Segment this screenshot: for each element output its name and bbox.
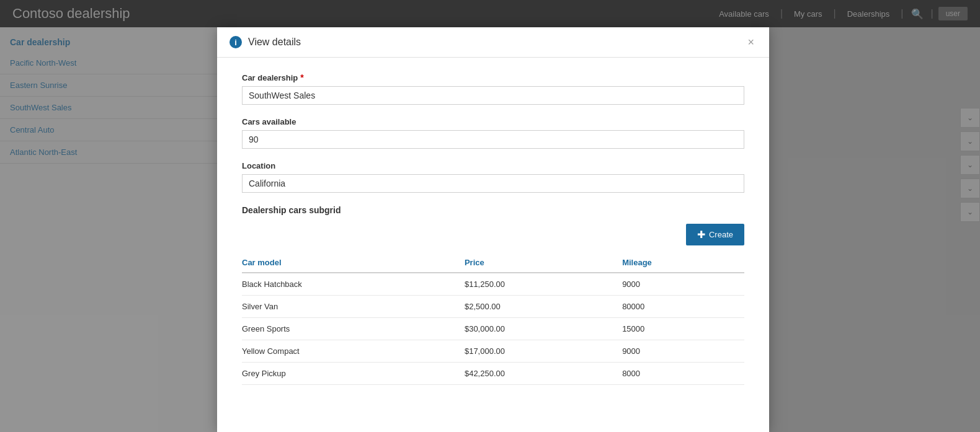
subgrid-header-row: Car model Price Mileage [242,253,744,273]
col-header-car-model: Car model [242,253,465,273]
required-star: * [300,73,303,82]
field-group-car-dealership: Car dealership * [242,73,744,105]
car-dealership-input[interactable] [242,86,744,105]
modal-header: i View details × [217,27,769,58]
car-dealership-label: Car dealership * [242,73,744,82]
modal-title: View details [248,37,745,48]
table-row[interactable]: Silver Van$2,500.0080000 [242,296,744,318]
cell-price: $2,500.00 [465,296,622,318]
cell-price: $42,250.00 [465,363,622,385]
subgrid-toolbar: ✚ Create [242,224,744,245]
cars-available-input[interactable] [242,130,744,149]
cell-price: $17,000.00 [465,340,622,363]
cell-model: Yellow Compact [242,340,465,363]
cell-price: $11,250.00 [465,273,622,296]
info-icon: i [229,36,242,48]
cell-mileage: 15000 [622,318,744,340]
field-group-cars-available: Cars available [242,117,744,149]
cell-model: Green Sports [242,318,465,340]
cell-mileage: 9000 [622,273,744,296]
cell-mileage: 80000 [622,296,744,318]
col-header-price: Price [465,253,622,273]
col-header-mileage: Mileage [622,253,744,273]
create-button[interactable]: ✚ Create [686,224,744,245]
cell-mileage: 8000 [622,363,744,385]
modal-body: Car dealership * Cars available Location… [217,58,769,432]
table-row[interactable]: Yellow Compact$17,000.009000 [242,340,744,363]
modal-view-details: i View details × Car dealership * Cars a… [217,27,769,432]
cell-model: Grey Pickup [242,363,465,385]
table-row[interactable]: Grey Pickup$42,250.008000 [242,363,744,385]
subgrid-label: Dealership cars subgrid [242,205,744,215]
location-label: Location [242,161,744,170]
cell-model: Silver Van [242,296,465,318]
table-row[interactable]: Green Sports$30,000.0015000 [242,318,744,340]
subgrid-table: Car model Price Mileage Black Hatchback$… [242,253,744,385]
location-input[interactable] [242,174,744,193]
create-plus-icon: ✚ [697,229,705,240]
cars-available-label: Cars available [242,117,744,126]
cell-mileage: 9000 [622,340,744,363]
subgrid-section: Dealership cars subgrid ✚ Create Car mod… [242,205,744,385]
cell-model: Black Hatchback [242,273,465,296]
cell-price: $30,000.00 [465,318,622,340]
table-row[interactable]: Black Hatchback$11,250.009000 [242,273,744,296]
modal-close-button[interactable]: × [745,37,757,48]
field-group-location: Location [242,161,744,193]
